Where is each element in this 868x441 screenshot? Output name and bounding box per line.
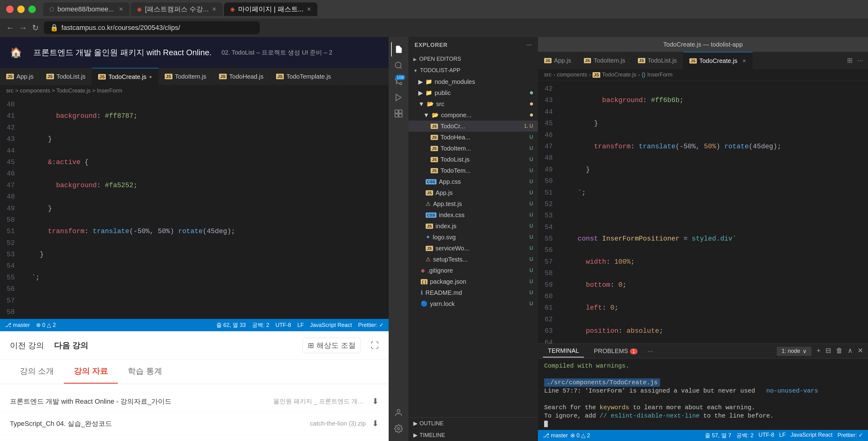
resolution-button[interactable]: ⊞ 해상도 조절 [303, 338, 361, 353]
terminal-tab-terminal[interactable]: TERMINAL [543, 345, 584, 357]
tree-src[interactable]: ▼ 📂 src [408, 98, 538, 109]
left-tab-appjs[interactable]: JS App.js [0, 68, 40, 85]
tree-components[interactable]: ▼ 📂 compone... [408, 109, 538, 121]
node-modules-arrow: ▶ [418, 78, 423, 86]
sidebar-git-icon[interactable]: 108 [391, 74, 406, 89]
no-unused-vars-link[interactable]: no-unused-vars [766, 387, 818, 395]
open-editors-section[interactable]: ▶ OPEN EDITORS [408, 53, 538, 65]
statusbar-line-col[interactable]: 줄 57, 열 7 [705, 432, 731, 439]
tree-apptestjs[interactable]: ⚠ App.test.js U [408, 198, 538, 210]
traffic-light-yellow[interactable] [17, 5, 25, 13]
statusbar-branch[interactable]: ⎇ master [543, 432, 568, 439]
terminal-content: Compiled with warnings. ./src/components… [538, 359, 868, 430]
prev-lecture-button[interactable]: 이전 강의 [10, 340, 44, 351]
terminal-tab-problems[interactable]: PROBLEMS 1 [589, 345, 643, 357]
tab-close-fastcampus2[interactable]: ✕ [307, 6, 311, 13]
split-terminal-icon[interactable]: ⊟ [826, 347, 831, 356]
tree-todotemplatejs[interactable]: JS TodoTem... U [408, 165, 538, 176]
tab-lecture-intro[interactable]: 강의 소개 [10, 359, 64, 384]
tree-todocreatejs[interactable]: JS TodoCr... 1, U [408, 121, 538, 132]
download-button-1[interactable]: ⬇ [372, 397, 379, 406]
tree-public[interactable]: ▶ 📁 public [408, 87, 538, 98]
sidebar-account-icon[interactable] [391, 405, 406, 420]
left-tab-todoheadjs[interactable]: JS TodoHead.js [213, 68, 270, 85]
more-actions-icon[interactable]: ··· [858, 57, 863, 64]
sidebar-extensions-icon[interactable] [391, 106, 406, 121]
next-lecture-button[interactable]: 다음 강의 [54, 340, 88, 351]
tree-gitignore[interactable]: ◈ .gitignore U [408, 265, 538, 276]
sidebar-debug-icon[interactable] [391, 90, 406, 105]
split-editor-icon[interactable]: ⊞ [847, 57, 852, 64]
forward-button[interactable]: → [19, 23, 27, 33]
folder-open-icon: 📂 [432, 112, 439, 119]
statusbar-spaces[interactable]: 공백: 2 [736, 432, 753, 439]
add-terminal-icon[interactable]: + [816, 347, 820, 356]
download-button-2[interactable]: ⬇ [372, 419, 379, 428]
statusbar-errors[interactable]: ⊗ 0 △ 2 [570, 432, 590, 439]
course-title: 프론트엔드 개발 올인원 패키지 with React Online. [33, 47, 212, 58]
terminal-more-icon[interactable]: ··· [647, 347, 653, 355]
editor-tab-todocreatejs[interactable]: JS TodoCreate.js ✕ [683, 52, 753, 69]
close-terminal-icon[interactable]: ✕ [858, 347, 863, 356]
home-icon[interactable]: 🏠 [10, 46, 22, 58]
close-tab-todocreatejs[interactable]: ✕ [742, 58, 746, 64]
left-tab-todolistjs[interactable]: JS TodoList.js [40, 68, 92, 85]
line-numbers-left: 4041424344 4546474849 5051525354 5556575… [0, 97, 19, 319]
timeline-section[interactable]: ▶ TIMELINE [408, 429, 538, 441]
editor-tab-todolistjs[interactable]: JS TodoList.js [632, 52, 683, 69]
sidebar-settings-icon[interactable] [391, 421, 406, 436]
open-editors-arrow: ▶ [413, 57, 417, 62]
node-selector[interactable]: 1: node ∨ [777, 347, 811, 356]
tab-close-github[interactable]: ✕ [119, 6, 123, 13]
indexjs-badge: U [529, 223, 533, 229]
appcss-badge: U [529, 179, 533, 184]
editor-tab-todoitemjs[interactable]: JS TodoItem.js [578, 52, 632, 69]
browser-tab-github[interactable]: ⬡ bomee88/bomee... ✕ [43, 2, 129, 16]
tree-appcss[interactable]: CSS App.css U [408, 176, 538, 187]
browser-tab-fastcampus1[interactable]: ◉ [패스트캠퍼스 수강... ✕ [131, 2, 223, 16]
tree-todoitemjs[interactable]: JS TodoItem... U [408, 143, 538, 154]
sidebar-files-icon[interactable] [391, 42, 406, 57]
minimize-terminal-icon[interactable]: ∧ [848, 347, 852, 356]
tab-learning-stats[interactable]: 학습 통계 [118, 359, 172, 384]
delete-terminal-icon[interactable]: 🗑 [836, 347, 843, 356]
tab-close-fastcampus1[interactable]: ✕ [212, 6, 217, 13]
tree-indexcss[interactable]: CSS index.css U [408, 210, 538, 220]
tree-yarnlock[interactable]: 🔵 yarn.lock U [408, 298, 538, 309]
tree-serviceworker[interactable]: JS serviceWo... U [408, 243, 538, 254]
tree-readmemd[interactable]: ℹ README.md U [408, 287, 538, 298]
fullscreen-button[interactable]: ⛶ [371, 341, 379, 350]
statusbar-language[interactable]: JavaScript React [790, 432, 833, 439]
js-tab-icon: JS [584, 58, 591, 63]
tree-setuptests[interactable]: ⚠ setupTests... U [408, 254, 538, 265]
tree-node-modules[interactable]: ▶ 📁 node_modules [408, 76, 538, 87]
traffic-light-red[interactable] [6, 5, 13, 13]
tab-lecture-materials[interactable]: 강의 자료 [64, 359, 118, 384]
left-tab-todocreatejs[interactable]: JS TodoCreate.js ● [92, 68, 158, 85]
tree-logosvg[interactable]: ✦ logo.svg U [408, 231, 538, 243]
tree-todoheadjs[interactable]: JS TodoHea... U [408, 132, 538, 143]
tree-appjs[interactable]: JS App.js U [408, 187, 538, 198]
url-bar[interactable]: 🔒 fastcampus.co.kr/courses/200543/clips/ [44, 21, 260, 34]
statusbar-line-ending[interactable]: LF [779, 432, 786, 439]
sidebar-search-icon[interactable] [391, 58, 406, 73]
project-label: TODOLIST-APP [420, 67, 461, 74]
project-section[interactable]: ▼ TODOLIST-APP [408, 65, 538, 76]
logosvg-badge: U [529, 234, 533, 240]
outline-section[interactable]: ▶ OUTLINE [408, 417, 538, 429]
browser-tab-fastcampus2[interactable]: ◉ 마이페이지 | 패스트... ✕ [224, 2, 317, 16]
tree-packagejson[interactable]: { } package.json U [408, 276, 538, 287]
editor-left: JS App.js JS TodoList.js JS TodoCreate.j… [0, 68, 389, 331]
left-tab-todoitemjs[interactable]: JS TodoItem.js [159, 68, 213, 85]
explorer-menu-icon[interactable]: ··· [526, 42, 532, 49]
reload-button[interactable]: ↻ [32, 23, 39, 33]
back-button[interactable]: ← [6, 23, 14, 33]
indexjs-label: index.js [436, 223, 457, 230]
traffic-light-green[interactable] [28, 5, 36, 13]
statusbar-encoding[interactable]: UTF-8 [758, 432, 774, 439]
tree-todolistjs[interactable]: JS TodoList.js U [408, 154, 538, 165]
appjs-label: App.js [436, 189, 453, 196]
left-tab-todotemplatedjs[interactable]: JS TodoTemplate.js [270, 68, 337, 85]
editor-tab-appjs[interactable]: JS App.js [538, 52, 578, 69]
tree-indexjs[interactable]: JS index.js U [408, 220, 538, 231]
